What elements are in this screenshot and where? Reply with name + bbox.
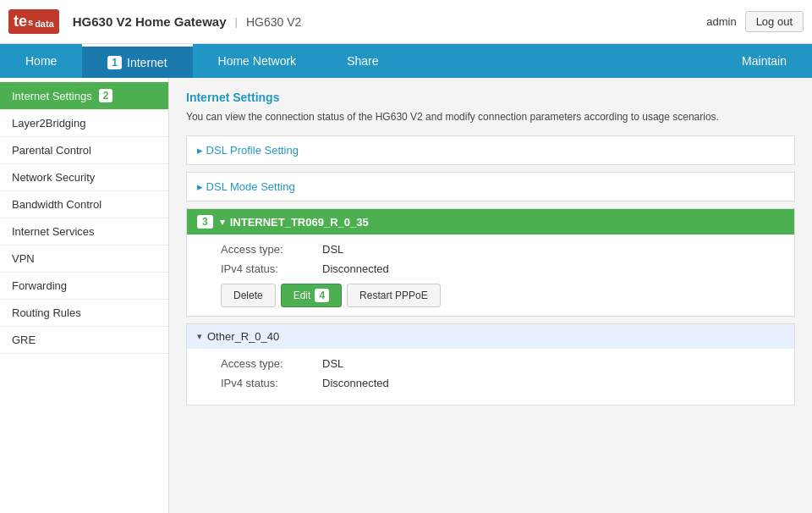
connection2-arrow: ▾ [197,331,202,342]
connection2-ipv4-row: IPv4 status: Disconnected [221,377,760,389]
dsl-profile-header[interactable]: ▸ DSL Profile Setting [187,136,794,164]
nav-item-maintain[interactable]: Maintain [716,44,812,78]
connection2-access-type-value: DSL [322,357,343,370]
sidebar-internet-settings-label: Internet Settings [12,90,92,102]
sidebar-internet-services-label: Internet Services [12,225,95,238]
nav-internet-badge: 1 [107,56,122,69]
connection2-ipv4-value: Disconnected [322,377,389,389]
nav-item-home[interactable]: Home [0,44,82,78]
nav-home-network-label: Home Network [218,54,297,68]
logo-te-text: te [14,13,27,30]
connection2-access-type-row: Access type: DSL [221,357,760,370]
admin-label: admin [706,15,736,28]
connection1-arrow: ▾ [220,217,225,228]
connection2-body: Access type: DSL IPv4 status: Disconnect… [187,349,794,405]
dsl-profile-accordion[interactable]: ▸ DSL Profile Setting [186,135,795,165]
logo-s-text: s [28,17,33,27]
connection2-header[interactable]: ▾ Other_R_0_40 [187,324,794,349]
sidebar-item-vpn[interactable]: VPN [0,245,168,273]
connection2-name: Other_R_0_40 [207,330,279,343]
main-content: Internet Settings You can view the conne… [169,78,812,513]
sidebar-item-forwarding[interactable]: Forwarding [0,273,168,300]
nav-item-share[interactable]: Share [321,44,403,78]
connection1-access-type-value: DSL [322,243,343,256]
section-title: Internet Settings [186,91,795,104]
sidebar-bandwidth-label: Bandwidth Control [12,198,102,211]
dsl-profile-label: ▸ DSL Profile Setting [197,144,299,157]
header: tes data HG630 V2 Home Gateway | HG630 V… [0,0,812,44]
connection1-ipv4-value: Disconnected [322,262,389,275]
sidebar-item-bandwidth-control[interactable]: Bandwidth Control [0,191,168,218]
sidebar-item-internet-services[interactable]: Internet Services [0,218,168,245]
connection1-access-type-row: Access type: DSL [221,243,760,256]
sidebar-gre-label: GRE [12,334,36,346]
sidebar-item-layer2-bridging[interactable]: Layer2Bridging [0,110,168,137]
logo-data-text: data [35,19,54,29]
nav-maintain-label: Maintain [742,54,787,68]
section-desc: You can view the connection status of th… [186,111,795,123]
header-title: HG630 V2 Home Gateway [73,14,227,29]
connection1-btn-row: Delete Edit 4 Restart PPPoE [221,284,760,307]
edit-badge: 4 [315,289,329,302]
connection1-body: Access type: DSL IPv4 status: Disconnect… [187,234,794,316]
content-area: Internet Settings 2 Layer2Bridging Paren… [0,78,812,513]
header-divider: | [235,15,238,28]
sidebar-item-routing-rules[interactable]: Routing Rules [0,300,168,327]
sidebar-network-security-label: Network Security [12,171,95,184]
logo: tes data [8,9,59,34]
main-nav: Home 1 Internet Home Network Share Maint… [0,44,812,78]
dsl-mode-header[interactable]: ▸ DSL Mode Setting [187,173,794,201]
sidebar-layer2-label: Layer2Bridging [12,117,85,130]
edit-button[interactable]: Edit 4 [281,284,342,307]
connection1-name: INTERNET_TR069_R_0_35 [230,216,369,229]
sidebar-item-parental-control[interactable]: Parental Control [0,137,168,164]
sidebar-internet-settings-badge: 2 [99,89,113,102]
nav-internet-label: Internet [127,56,167,69]
connection1-item: 3 ▾ INTERNET_TR069_R_0_35 Access type: D… [186,208,795,317]
nav-home-label: Home [25,54,57,68]
sidebar-item-gre[interactable]: GRE [0,327,168,354]
sidebar-forwarding-label: Forwarding [12,279,67,292]
sidebar-item-internet-settings[interactable]: Internet Settings 2 [0,82,168,110]
edit-button-label: Edit [294,290,311,301]
dsl-mode-label: ▸ DSL Mode Setting [197,180,295,193]
restart-pppoe-button[interactable]: Restart PPPoE [347,284,441,307]
sidebar-parental-label: Parental Control [12,144,91,157]
connection2-ipv4-label: IPv4 status: [221,377,322,389]
connection1-header[interactable]: 3 ▾ INTERNET_TR069_R_0_35 [187,209,794,234]
connection2-access-type-label: Access type: [221,357,322,370]
delete-button[interactable]: Delete [221,284,276,307]
connection2-item: ▾ Other_R_0_40 Access type: DSL IPv4 sta… [186,323,795,405]
connection1-ipv4-row: IPv4 status: Disconnected [221,262,760,275]
sidebar-vpn-label: VPN [12,252,35,265]
nav-share-label: Share [347,54,378,68]
logo-box: tes data [8,9,59,34]
dsl-mode-accordion[interactable]: ▸ DSL Mode Setting [186,172,795,201]
nav-item-internet[interactable]: 1 Internet [82,44,192,78]
logout-button[interactable]: Log out [745,11,804,32]
connection1-access-type-label: Access type: [221,243,322,256]
connection1-ipv4-label: IPv4 status: [221,262,322,275]
header-subtitle: HG630 V2 [246,15,301,29]
nav-item-home-network[interactable]: Home Network [193,44,322,78]
sidebar: Internet Settings 2 Layer2Bridging Paren… [0,78,169,513]
header-right: admin Log out [706,11,804,32]
sidebar-routing-label: Routing Rules [12,306,81,319]
sidebar-item-network-security[interactable]: Network Security [0,164,168,191]
connection1-badge: 3 [197,215,213,229]
